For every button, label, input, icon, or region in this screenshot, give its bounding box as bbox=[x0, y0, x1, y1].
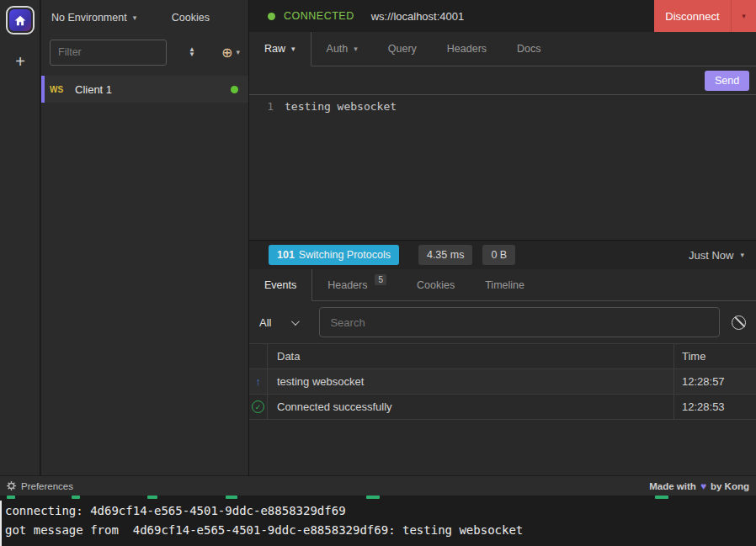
response-meta-bar: 101 Switching Protocols 4.35 ms 0 B Just… bbox=[249, 240, 756, 269]
sidebar: No Environment ▾ Cookies ▲ ▼ ⊕ ▾ WS Clie… bbox=[41, 0, 248, 475]
insomnia-app-window: + No Environment ▾ Cookies ▲ ▼ ⊕ ▾ WS Cl… bbox=[0, 0, 756, 546]
table-row[interactable]: ↑ testing websocket 12:28:57 bbox=[249, 369, 756, 395]
events-filter-row: All bbox=[249, 301, 756, 343]
credit-suffix: by Kong bbox=[711, 481, 749, 491]
tab-response-headers[interactable]: Headers5 bbox=[312, 269, 402, 301]
disconnect-split-button: Disconnect ▾ bbox=[654, 0, 756, 32]
tabbar-filler bbox=[540, 269, 756, 301]
connection-status-label: CONNECTED bbox=[284, 10, 354, 22]
event-type-value: All bbox=[259, 316, 271, 329]
status-code: 101 bbox=[277, 249, 295, 261]
tab-docs[interactable]: Docs bbox=[502, 32, 556, 66]
sidebar-filter-row: ▲ ▼ ⊕ ▾ bbox=[41, 35, 248, 66]
time-column-header: Time bbox=[674, 344, 756, 368]
tab-label: Events bbox=[264, 279, 296, 291]
home-button[interactable] bbox=[6, 6, 35, 34]
create-request-button[interactable]: ⊕ ▾ bbox=[221, 45, 240, 61]
sidebar-header: No Environment ▾ Cookies bbox=[41, 0, 248, 35]
tab-label: Auth bbox=[327, 43, 349, 55]
terminal-clipped-text bbox=[366, 496, 380, 499]
headers-count-badge: 5 bbox=[375, 274, 386, 285]
app-status-bar: Preferences Made with ♥ by Kong bbox=[0, 475, 756, 496]
terminal-panel[interactable]: connecting: 4d69cf14-e565-4501-9ddc-e885… bbox=[0, 496, 756, 546]
tab-raw[interactable]: Raw ▾ bbox=[249, 32, 311, 66]
tab-events[interactable]: Events bbox=[249, 269, 312, 301]
event-type-select[interactable]: All bbox=[258, 316, 297, 329]
cookies-button[interactable]: Cookies bbox=[172, 12, 210, 24]
sort-icon[interactable]: ▲ ▼ bbox=[189, 47, 195, 57]
chevron-down-icon: ▾ bbox=[742, 12, 746, 20]
tab-label: Query bbox=[388, 43, 417, 55]
environment-selector[interactable]: No Environment ▾ bbox=[51, 12, 136, 24]
event-time: 12:28:57 bbox=[674, 369, 756, 394]
tabbar-filler bbox=[556, 32, 756, 66]
editor-content[interactable]: testing websocket bbox=[285, 100, 397, 240]
send-row: Send bbox=[249, 66, 756, 94]
send-button[interactable]: Send bbox=[705, 71, 749, 91]
home-icon bbox=[9, 9, 31, 31]
tab-headers[interactable]: Headers bbox=[432, 32, 502, 66]
events-table: Data Time ↑ testing websocket 12:28:57 ✓… bbox=[249, 343, 756, 420]
connection-status-dot-icon bbox=[268, 13, 275, 20]
terminal-clipped-text bbox=[226, 496, 237, 499]
sort-down-icon: ▼ bbox=[189, 52, 195, 57]
environment-label: No Environment bbox=[51, 12, 127, 24]
terminal-line: got message from 4d69cf14-e565-4501-9ddc… bbox=[5, 523, 523, 537]
response-history-dropdown[interactable]: Just Now ▾ bbox=[689, 249, 744, 262]
message-editor[interactable]: 1 testing websocket bbox=[249, 94, 756, 240]
event-time: 12:28:53 bbox=[674, 395, 756, 419]
tab-label: Cookies bbox=[417, 279, 455, 291]
tab-label: Timeline bbox=[485, 279, 524, 291]
tab-timeline[interactable]: Timeline bbox=[470, 269, 540, 301]
check-circle-icon: ✓ bbox=[252, 400, 264, 413]
ws-method-tag: WS bbox=[50, 85, 75, 94]
plus-circle-icon: ⊕ bbox=[221, 45, 232, 61]
size-badge: 0 B bbox=[482, 245, 515, 265]
client-name: Client 1 bbox=[75, 83, 112, 96]
filter-input[interactable] bbox=[50, 40, 167, 66]
new-project-button[interactable]: + bbox=[0, 49, 40, 74]
elapsed-time-badge: 4.35 ms bbox=[418, 245, 472, 265]
credit-prefix: Made with bbox=[649, 481, 696, 491]
response-tabbar: Events Headers5 Cookies Timeline bbox=[249, 269, 756, 301]
heart-icon: ♥ bbox=[700, 480, 706, 492]
tab-label: Headers bbox=[327, 279, 367, 291]
disconnect-button[interactable]: Disconnect bbox=[654, 0, 731, 32]
main-panel: CONNECTED ws://localhost:4001 Disconnect… bbox=[248, 0, 756, 475]
status-text: Switching Protocols bbox=[299, 249, 391, 261]
line-number: 1 bbox=[249, 100, 285, 240]
icon-column-header bbox=[249, 344, 268, 368]
sidebar-item-client-1[interactable]: WS Client 1 bbox=[41, 76, 248, 103]
terminal-clipped-text bbox=[655, 496, 668, 499]
search-input[interactable] bbox=[319, 307, 720, 337]
table-row[interactable]: ✓ Connected successfully 12:28:53 bbox=[249, 395, 756, 420]
sent-arrow-up-icon: ↑ bbox=[255, 375, 261, 388]
chevron-down-icon: ▾ bbox=[354, 45, 358, 53]
tab-label: Docs bbox=[517, 43, 540, 55]
terminal-line: connecting: 4d69cf14-e565-4501-9ddc-e885… bbox=[5, 504, 346, 517]
chevron-down-icon: ▾ bbox=[291, 45, 295, 53]
connected-dot-icon bbox=[231, 86, 238, 93]
terminal-clipped-text bbox=[7, 496, 15, 499]
tab-response-cookies[interactable]: Cookies bbox=[402, 269, 470, 301]
data-column-header: Data bbox=[268, 344, 674, 368]
status-badge: 101 Switching Protocols bbox=[269, 245, 399, 265]
disconnect-dropdown-button[interactable]: ▾ bbox=[731, 0, 756, 32]
tab-auth[interactable]: Auth ▾ bbox=[311, 32, 373, 66]
tab-query[interactable]: Query bbox=[373, 32, 432, 66]
preferences-button[interactable]: Preferences bbox=[7, 481, 73, 491]
chevron-down-icon: ▾ bbox=[133, 13, 137, 22]
activity-bar: + bbox=[0, 0, 40, 475]
terminal-clipped-text bbox=[147, 496, 157, 499]
event-data: testing websocket bbox=[268, 369, 674, 394]
plus-icon: + bbox=[15, 52, 25, 72]
tab-label: Headers bbox=[447, 43, 487, 55]
chevron-down-icon bbox=[291, 317, 300, 326]
websocket-url[interactable]: ws://localhost:4001 bbox=[371, 10, 465, 23]
clear-events-icon[interactable] bbox=[732, 315, 746, 330]
chevron-down-icon: ▾ bbox=[740, 251, 744, 259]
event-data: Connected successfully bbox=[268, 395, 674, 419]
terminal-clipped-text bbox=[72, 496, 80, 499]
table-header-row: Data Time bbox=[249, 344, 756, 369]
connection-bar: CONNECTED ws://localhost:4001 Disconnect… bbox=[249, 0, 756, 32]
